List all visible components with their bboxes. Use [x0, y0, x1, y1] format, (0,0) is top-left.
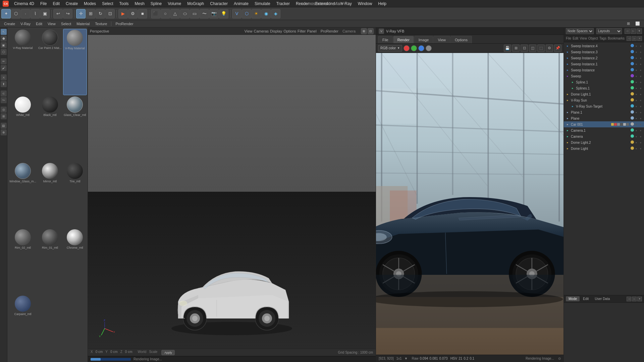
snap-tool-icon[interactable]: ⊕	[1, 129, 7, 135]
menu-character[interactable]: Character	[207, 1, 230, 7]
tb2-vray[interactable]: V-Ray	[18, 21, 33, 26]
tb2-material[interactable]: Material	[74, 21, 92, 26]
vfb-region-btn[interactable]: ⬚	[537, 45, 545, 52]
extrude-tool-icon[interactable]: ⬆	[1, 81, 7, 87]
select-tool-icon[interactable]: ↖	[1, 29, 7, 35]
panel-ctrl-1[interactable]: ◁	[625, 28, 630, 34]
viewport-panel-menu[interactable]: Panel	[307, 29, 317, 33]
bend-tool-icon[interactable]: 〜	[1, 97, 7, 103]
obj-visible-render-16[interactable]: ●	[639, 140, 643, 144]
viewport-display-menu[interactable]: Display	[270, 29, 282, 33]
obj-visible-editor-6[interactable]: ●	[634, 80, 638, 84]
rotate-tool-btn[interactable]: ↻	[96, 9, 105, 18]
obj-item-17[interactable]: ▸Dome Light●●	[564, 145, 644, 152]
obj-visible-editor-9[interactable]: ●	[634, 98, 638, 102]
move-tool-btn[interactable]: ✛	[76, 9, 86, 18]
obj-visible-editor-4[interactable]: ●	[634, 68, 638, 72]
add-sphere-btn[interactable]: ○	[161, 9, 170, 18]
obj-item-7[interactable]: ▸Splines.1●●	[564, 85, 644, 91]
vray-btn2[interactable]: ⬡	[242, 9, 251, 18]
edge-mode-btn[interactable]: ⌇	[31, 9, 40, 18]
obj-item-16[interactable]: ▸Dome Light.2●●	[564, 139, 644, 145]
add-camera-btn[interactable]: 📷	[209, 9, 219, 18]
tb2-view[interactable]: View	[46, 21, 58, 26]
tb2-texture[interactable]: Texture	[93, 21, 109, 26]
vfb-tab-render[interactable]: Render	[393, 36, 414, 43]
obj-visible-render-9[interactable]: ●	[639, 98, 643, 102]
obj-visible-render-6[interactable]: ●	[639, 80, 643, 84]
viewport-view-menu[interactable]: View	[245, 29, 253, 33]
obj-visible-render-8[interactable]: ●	[639, 92, 643, 96]
uv-tool-icon[interactable]: ⊞	[1, 113, 7, 119]
menu-spline[interactable]: Spline	[148, 1, 164, 7]
vfb-pin-btn[interactable]: 📌	[554, 45, 561, 52]
render-settings-btn[interactable]: ⚙	[128, 9, 138, 18]
obj-item-3[interactable]: ▸Sweep Instance.1●●	[564, 61, 644, 67]
obj-item-15[interactable]: ▸Camera●●	[564, 133, 644, 139]
viewport-filter-menu[interactable]: Filter	[298, 29, 306, 33]
color-blue-btn[interactable]	[418, 45, 424, 51]
menu-create[interactable]: Create	[63, 1, 80, 7]
add-plane-btn[interactable]: ▭	[190, 9, 199, 18]
layout-tool-icon[interactable]: ▤	[1, 123, 7, 129]
add-spline-btn[interactable]: 〜	[200, 9, 209, 18]
material-item-10[interactable]: Tire_mtl	[63, 162, 87, 228]
viewport-detach-btn[interactable]: ⊡	[368, 28, 374, 34]
transform-tool-btn[interactable]: ⊡	[105, 9, 115, 18]
obj-visible-render-17[interactable]: ●	[639, 146, 643, 150]
tb2-edit[interactable]: Edit	[34, 21, 44, 26]
material-item-8[interactable]: Window_Glass_m...	[9, 162, 37, 228]
obj-visible-editor-17[interactable]: ●	[634, 146, 638, 150]
menu-select[interactable]: Select	[99, 1, 116, 7]
material-item-4[interactable]: White_mtl	[9, 96, 37, 162]
obj-visible-render-10[interactable]: ●	[639, 104, 643, 108]
tb2-prorender[interactable]: ProRender	[113, 21, 135, 26]
paint-tool-icon[interactable]: 🖌	[1, 65, 7, 71]
obj-visible-editor-1[interactable]: ●	[634, 50, 638, 54]
node-spaces-dropdown[interactable]: Node Spaces	[566, 28, 594, 34]
3d-viewport[interactable]: Perspective View Cameras Display Options…	[88, 27, 376, 362]
obj-visible-editor-10[interactable]: ●	[634, 104, 638, 108]
menu-tools[interactable]: Tools	[116, 1, 131, 7]
redo-btn[interactable]: ↪	[63, 9, 72, 18]
menu-volume[interactable]: Volume	[165, 1, 184, 7]
obj-visible-render-11[interactable]: ●	[639, 110, 643, 114]
obj-mgr-btn2[interactable]: ▷	[632, 36, 637, 41]
obj-mgr-btn3[interactable]: ✕	[637, 36, 642, 41]
menu-mesh[interactable]: Mesh	[132, 1, 147, 7]
vfb-settings-btn[interactable]: ⚙	[546, 45, 553, 52]
menu-modes[interactable]: Modes	[81, 1, 99, 7]
obj-visible-render-0[interactable]: ●	[639, 44, 643, 48]
material-item-9[interactable]: Mirror_mtl	[38, 162, 62, 228]
panel-ctrl-2[interactable]: ▷	[631, 28, 636, 34]
attr-btn-back[interactable]: ◁	[627, 297, 631, 301]
obj-visible-editor-2[interactable]: ●	[634, 56, 638, 60]
obj-visible-render-4[interactable]: ●	[639, 68, 643, 72]
scale-tool-btn[interactable]: ⊞	[86, 9, 95, 18]
obj-visible-editor-11[interactable]: ●	[634, 110, 638, 114]
attr-tab-edit[interactable]: Edit	[580, 296, 591, 301]
vfb-tab-view[interactable]: View	[433, 36, 450, 43]
viewport-expand-btn[interactable]: ⊞	[361, 28, 367, 34]
obj-item-5[interactable]: ▸Sweep●●	[564, 73, 644, 79]
material-item-14[interactable]: Chrome_mtl	[63, 229, 87, 294]
add-light-btn[interactable]: 💡	[219, 9, 228, 18]
texture-mode-btn[interactable]: ⬡	[11, 9, 20, 18]
material-item-5[interactable]: Black_mtl	[38, 96, 62, 162]
obj-visible-render-1[interactable]: ●	[639, 50, 643, 54]
obj-visible-editor-13[interactable]: ●	[634, 122, 638, 126]
attr-tab-userdata[interactable]: User Data	[592, 296, 612, 301]
obj-visible-editor-16[interactable]: ●	[634, 140, 638, 144]
vfb-tab-options[interactable]: Options	[450, 36, 472, 43]
model-mode-btn[interactable]: ✦	[1, 9, 11, 18]
obj-visible-editor-3[interactable]: ●	[634, 62, 638, 66]
add-cone-btn[interactable]: △	[170, 9, 180, 18]
undo-btn[interactable]: ↩	[53, 9, 63, 18]
knife-tool-icon[interactable]: ⚔	[1, 74, 7, 80]
menu-tracker[interactable]: Tracker	[274, 1, 292, 7]
obj-visible-editor-5[interactable]: ●	[634, 74, 638, 78]
tb2-create[interactable]: Create	[2, 21, 17, 26]
add-cube-btn[interactable]: ⬛	[151, 9, 160, 18]
vray-btn3[interactable]: ☀	[252, 9, 261, 18]
layout-btn2[interactable]: ⬜	[633, 21, 642, 26]
